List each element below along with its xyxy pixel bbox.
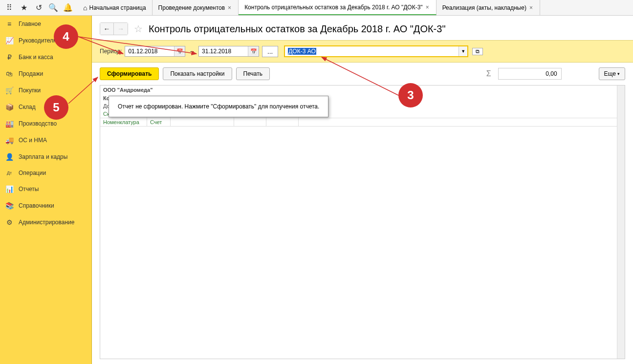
sidebar-item-admin[interactable]: ⚙Администрирование — [0, 214, 91, 231]
date-to-input[interactable] — [199, 46, 248, 56]
main: ≡Главное 📈Руководителю ₽Банк и касса 🛍Пр… — [0, 16, 633, 364]
sum-field[interactable]: 0,00 — [498, 68, 562, 80]
apps-icon[interactable]: ⠿ — [2, 0, 17, 16]
report-col-schet: Счет — [147, 118, 171, 126]
sidebar-item-label: Главное — [19, 21, 41, 27]
report-company: ООО "Андромеда" — [100, 86, 625, 94]
content: ← → ☆ Контроль отрицательных остатков за… — [92, 16, 633, 364]
home-icon: ⌂ — [83, 4, 87, 12]
open-external-button[interactable]: ⧉ — [472, 48, 483, 55]
sidebar-item-label: Отчеты — [19, 186, 39, 193]
box-icon: 📦 — [5, 103, 14, 111]
period-ellipsis-button[interactable]: ... — [262, 46, 278, 57]
date-from-input[interactable] — [125, 46, 174, 56]
sidebar-item-label: Зарплата и кадры — [19, 153, 67, 160]
sidebar-item-label: Администрирование — [19, 219, 74, 226]
bag-icon: 🛍 — [5, 70, 14, 78]
topbar: ⠿ ★ ↺ 🔍 🔔 ⌂ Начальная страница Проведени… — [0, 0, 633, 16]
organization-value[interactable]: ДОК-3 АО — [285, 46, 458, 56]
search-icon[interactable]: 🔍 — [46, 0, 61, 16]
callout-5: 5 — [44, 95, 68, 120]
organization-select[interactable]: ДОК-3 АО ▼ — [284, 45, 468, 57]
sidebar-item-label: Продажи — [19, 70, 43, 77]
tabs: ⌂ Начальная страница Проведение документ… — [77, 0, 633, 15]
calendar-icon[interactable]: 📅 — [248, 46, 259, 56]
tab-label: Контроль отрицательных остатков за Декаб… — [244, 4, 423, 11]
callout-4: 4 — [54, 24, 78, 49]
sidebar: ≡Главное 📈Руководителю ₽Банк и касса 🛍Пр… — [0, 16, 92, 364]
sidebar-item-bank[interactable]: ₽Банк и касса — [0, 49, 91, 65]
tab-control[interactable]: Контроль отрицательных остатков за Декаб… — [239, 0, 437, 15]
close-icon[interactable]: × — [227, 4, 232, 11]
sidebar-item-sales[interactable]: 🛍Продажи — [0, 65, 91, 82]
dt-icon: Дт — [5, 171, 14, 175]
show-settings-button[interactable]: Показать настройки — [163, 67, 232, 80]
report-body: ООО "Андромеда" Ко До Склад Номенклатура… — [100, 85, 625, 359]
close-icon[interactable]: × — [425, 4, 430, 11]
chevron-down-icon: ▾ — [617, 71, 620, 76]
bars-icon: 📊 — [5, 185, 14, 193]
sigma-icon: Σ — [483, 69, 494, 78]
gear-icon: ⚙ — [5, 218, 14, 226]
period-label: Период: — [100, 48, 122, 55]
factory-icon: 🏭 — [5, 120, 14, 128]
sidebar-item-operations[interactable]: ДтОперации — [0, 165, 91, 181]
person-icon: 👤 — [5, 153, 14, 161]
sidebar-item-purchases[interactable]: 🛒Покупки — [0, 82, 91, 99]
generate-button[interactable]: Сформировать — [100, 67, 159, 80]
callout-3: 3 — [398, 83, 423, 107]
sidebar-item-hr[interactable]: 👤Зарплата и кадры — [0, 149, 91, 165]
truck-icon: 🚚 — [5, 136, 14, 144]
tab-label: Начальная страница — [89, 4, 146, 11]
sidebar-item-label: Покупки — [19, 87, 41, 94]
sidebar-item-label: Руководителю — [19, 37, 58, 44]
sidebar-item-main[interactable]: ≡Главное — [0, 16, 91, 32]
action-bar: Сформировать Показать настройки Печать Σ… — [92, 63, 633, 85]
tab-docs[interactable]: Проведение документов × — [153, 0, 239, 15]
forward-button[interactable]: → — [114, 23, 128, 35]
books-icon: 📚 — [5, 202, 14, 210]
tab-realization[interactable]: Реализация (акты, накладные) × — [437, 0, 540, 15]
sidebar-item-label: Склад — [19, 104, 36, 110]
tab-label: Реализация (акты, накладные) — [442, 4, 526, 11]
sidebar-item-label: Справочники — [19, 202, 54, 209]
more-button[interactable]: Еще▾ — [599, 67, 625, 80]
vertical-scrollbar[interactable] — [617, 86, 625, 359]
title-row: ← → ☆ Контроль отрицательных остатков за… — [92, 16, 633, 40]
ruble-icon: ₽ — [5, 53, 14, 61]
sidebar-item-reports[interactable]: 📊Отчеты — [0, 181, 91, 197]
tab-home[interactable]: ⌂ Начальная страница — [77, 0, 153, 15]
history-icon[interactable]: ↺ — [31, 0, 46, 16]
cart-icon: 🛒 — [5, 86, 14, 94]
sidebar-item-label: Производство — [19, 120, 57, 127]
back-button[interactable]: ← — [100, 23, 114, 35]
sidebar-item-assets[interactable]: 🚚ОС и НМА — [0, 132, 91, 149]
sidebar-item-label: Операции — [19, 170, 46, 176]
report-tooltip: Отчет не сформирован. Нажмите "Сформиров… — [109, 96, 328, 117]
sidebar-item-label: Банк и касса — [19, 54, 53, 61]
date-to-field[interactable]: 📅 — [198, 46, 259, 57]
favorite-star-icon[interactable]: ☆ — [134, 23, 143, 35]
sidebar-item-label: ОС и НМА — [19, 137, 47, 144]
bell-icon[interactable]: 🔔 — [61, 0, 75, 16]
topbar-icons: ⠿ ★ ↺ 🔍 🔔 — [0, 0, 77, 15]
dropdown-icon[interactable]: ▼ — [458, 46, 467, 56]
report-col-nomen: Номенклатура — [100, 118, 147, 126]
menu-icon: ≡ — [5, 20, 14, 28]
calendar-icon[interactable]: 📅 — [174, 46, 185, 56]
tab-label: Проведение документов — [158, 4, 225, 11]
close-icon[interactable]: × — [528, 4, 534, 11]
print-button[interactable]: Печать — [236, 67, 270, 80]
chart-icon: 📈 — [5, 37, 14, 44]
sidebar-item-production[interactable]: 🏭Производство — [0, 115, 91, 132]
date-from-field[interactable]: 📅 — [125, 46, 185, 57]
star-icon[interactable]: ★ — [17, 0, 31, 16]
filter-bar: Период: 📅 – 📅 ... ДОК-3 АО ▼ ⧉ — [92, 40, 633, 63]
page-title: Контроль отрицательных остатков за Декаб… — [149, 23, 446, 35]
dash: – — [188, 48, 196, 55]
nav-arrows: ← → — [100, 22, 128, 35]
sidebar-item-refs[interactable]: 📚Справочники — [0, 197, 91, 214]
